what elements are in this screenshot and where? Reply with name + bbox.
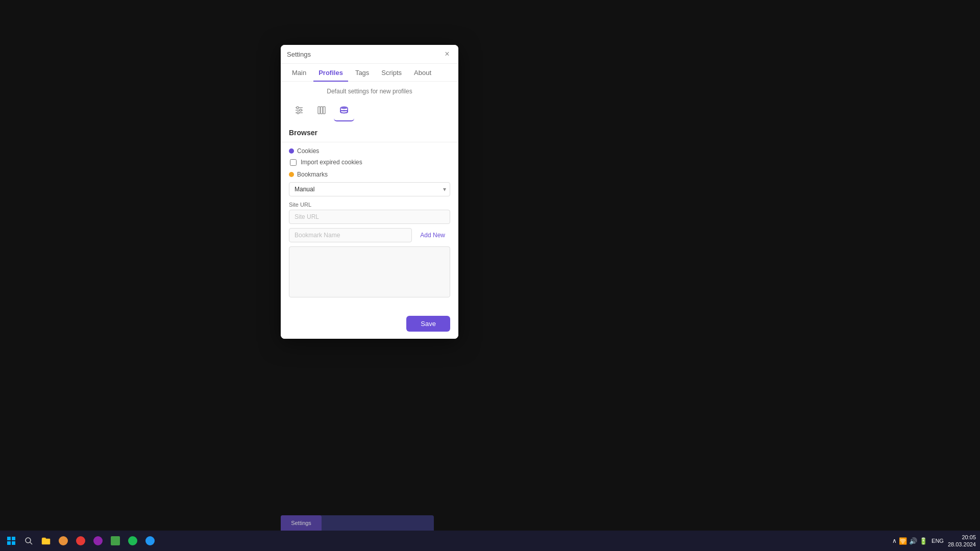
cookies-dot-icon: [289, 148, 294, 154]
dialog-titlebar: Settings ×: [281, 45, 458, 64]
add-new-button[interactable]: Add New: [415, 228, 450, 242]
svg-rect-17: [42, 539, 50, 544]
close-button[interactable]: ×: [442, 49, 452, 59]
svg-point-3: [297, 107, 299, 109]
site-url-label: Site URL: [289, 202, 450, 208]
svg-rect-14: [12, 541, 15, 545]
taskbar-time-value: 20:05: [948, 534, 976, 541]
import-expired-row: Import expired cookies: [289, 159, 450, 166]
svg-rect-13: [7, 541, 11, 545]
columns-icon: [316, 105, 327, 117]
volume-icon: 🔊: [909, 537, 917, 545]
system-tray: ∧ 🛜 🔊 🔋: [892, 537, 927, 545]
icon-tab-columns[interactable]: [311, 102, 332, 121]
taskbar-date-value: 28.03.2024: [948, 541, 976, 548]
taskbar-icon-2[interactable]: [74, 534, 88, 548]
subtitle: Default settings for new profiles: [289, 88, 450, 95]
cookies-label: Cookies: [297, 147, 319, 155]
svg-point-9: [340, 107, 348, 109]
svg-point-15: [26, 538, 31, 543]
file-explorer-icon[interactable]: [39, 534, 53, 548]
wifi-icon: 🛜: [899, 537, 907, 545]
bg-preview-label: Settings: [291, 520, 311, 526]
svg-point-4: [300, 109, 302, 111]
save-button[interactable]: Save: [406, 316, 450, 332]
search-taskbar-icon[interactable]: [21, 534, 36, 548]
svg-rect-6: [318, 107, 320, 114]
import-expired-label: Import expired cookies: [301, 159, 362, 166]
svg-point-5: [297, 112, 299, 114]
tab-tags[interactable]: Tags: [350, 64, 374, 82]
taskbar-right: ∧ 🛜 🔊 🔋 ENG 20:05 28.03.2024: [892, 534, 976, 548]
tab-main[interactable]: Main: [287, 64, 311, 82]
icon-tab-database[interactable]: [334, 102, 354, 121]
bookmarks-label: Bookmarks: [297, 171, 328, 178]
svg-rect-12: [12, 537, 15, 540]
settings-dialog: Settings × Main Profiles Tags Scripts Ab…: [281, 45, 458, 339]
bookmark-name-input[interactable]: [289, 228, 412, 242]
chevron-up-icon[interactable]: ∧: [892, 537, 897, 544]
dialog-title: Settings: [287, 51, 311, 58]
icon-tab-sliders[interactable]: [289, 102, 309, 121]
taskbar-icon-1[interactable]: [56, 534, 70, 548]
dropdown-row: Manual Auto Disabled ▾: [289, 182, 450, 196]
taskbar-clock: 20:05 28.03.2024: [948, 534, 976, 548]
browser-divider: [281, 142, 458, 142]
desktop: [0, 0, 980, 531]
cookies-row: Cookies: [289, 147, 450, 155]
taskbar-icon-5[interactable]: [126, 534, 140, 548]
sliders-icon: [294, 105, 304, 118]
taskbar-icon-6[interactable]: [143, 534, 157, 548]
dialog-footer: Save: [281, 311, 458, 339]
battery-icon: 🔋: [919, 537, 927, 545]
language-indicator: ENG: [932, 538, 944, 544]
bg-preview-tab: Settings: [281, 515, 322, 531]
bookmark-name-row: Add New: [289, 228, 450, 242]
tab-about[interactable]: About: [409, 64, 436, 82]
import-expired-checkbox[interactable]: [290, 159, 297, 166]
dialog-content: Default settings for new profiles: [281, 82, 458, 311]
browser-section-label: Browser: [289, 129, 450, 137]
bg-preview-bar: Settings: [281, 515, 434, 531]
icon-tabs-row: [289, 102, 450, 121]
tab-scripts[interactable]: Scripts: [376, 64, 407, 82]
svg-rect-8: [323, 107, 325, 114]
windows-start-icon[interactable]: [4, 534, 18, 548]
tabs-container: Main Profiles Tags Scripts About: [281, 64, 458, 82]
taskbar-icon-3[interactable]: [91, 534, 105, 548]
site-url-input[interactable]: [289, 210, 450, 224]
tab-profiles[interactable]: Profiles: [313, 64, 348, 82]
bookmarks-dot-icon: [289, 172, 294, 177]
bookmarks-row: Bookmarks: [289, 171, 450, 178]
database-icon: [338, 105, 350, 118]
svg-rect-11: [7, 537, 11, 540]
taskbar: ∧ 🛜 🔊 🔋 ENG 20:05 28.03.2024: [0, 531, 980, 551]
svg-point-10: [340, 111, 348, 113]
bookmarks-list: [289, 246, 450, 297]
svg-rect-7: [321, 107, 323, 114]
taskbar-icon-4[interactable]: [108, 534, 122, 548]
svg-line-16: [30, 542, 32, 544]
manual-dropdown[interactable]: Manual Auto Disabled: [289, 182, 450, 196]
